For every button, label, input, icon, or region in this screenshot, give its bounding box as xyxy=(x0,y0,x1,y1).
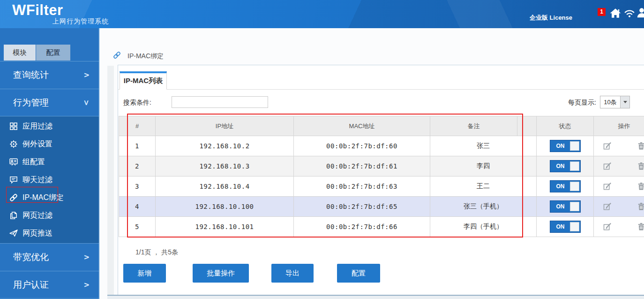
operations-cell xyxy=(594,217,644,237)
config-button[interactable]: 配置 xyxy=(337,264,380,283)
edit-icon[interactable] xyxy=(603,222,612,231)
ip-address-cell: 192.168.10.4 xyxy=(156,176,294,197)
chevron-down-icon: > xyxy=(82,100,91,106)
ipmac-table-wrap: # IP地址 MAC地址 备注 状态 操作 1192.168.10.200:0b… xyxy=(119,116,644,237)
toggle-on-label: ON xyxy=(550,221,571,232)
per-page-value: 10条 xyxy=(600,96,620,108)
table-row: 1192.168.10.200:0b:2f:7b:df:60张三ON xyxy=(119,136,644,156)
ip-address-cell: 192.168.10.2 xyxy=(156,136,294,156)
ip-address-cell: 192.168.10.3 xyxy=(156,156,294,176)
breadcrumb: IP-MAC绑定 xyxy=(127,52,164,61)
toggle-knob[interactable] xyxy=(570,202,579,211)
row-index-cell: 4 xyxy=(119,197,156,217)
sidebar-section-label: 查询统计 xyxy=(13,69,49,81)
per-page-label: 每页显示: xyxy=(554,99,596,107)
mac-address-cell: 00:0b:2f:7b:df:63 xyxy=(294,176,430,197)
toggle-on-label: ON xyxy=(550,181,571,192)
sidebar-section-query-stats[interactable]: 查询统计 > xyxy=(0,61,99,89)
sidebar-section-behavior-mgmt[interactable]: 行为管理 > xyxy=(0,89,99,116)
status-cell: ON xyxy=(537,136,594,156)
delete-icon[interactable] xyxy=(637,161,644,171)
toggle-knob[interactable] xyxy=(570,161,579,171)
user-icon[interactable] xyxy=(636,7,644,19)
search-input[interactable] xyxy=(172,96,268,108)
edit-icon[interactable] xyxy=(603,161,612,171)
toggle-on-label: ON xyxy=(550,140,571,152)
status-cell: ON xyxy=(537,197,594,217)
per-page-select[interactable]: 10条 xyxy=(600,96,630,108)
row-index-cell: 2 xyxy=(119,156,156,176)
delete-icon[interactable] xyxy=(637,202,644,211)
mac-address-cell: 00:0b:2f:7b:df:65 xyxy=(294,197,430,217)
col-header-ops: 操作 xyxy=(594,116,644,136)
sidebar-tab-config[interactable]: 配置 xyxy=(36,45,70,61)
toggle-knob[interactable] xyxy=(570,222,579,231)
chevron-down-icon[interactable] xyxy=(620,96,629,108)
operations-cell xyxy=(594,156,644,176)
mac-address-cell: 00:0b:2f:7b:df:60 xyxy=(294,136,430,156)
chevron-right-icon: > xyxy=(83,281,90,289)
table-row: 5192.168.10.10100:0b:2f:7b:df:66李四（手机）ON xyxy=(119,217,644,237)
ipmac-table: # IP地址 MAC地址 备注 状态 操作 1192.168.10.200:0b… xyxy=(119,116,644,237)
row-index-cell: 3 xyxy=(119,176,156,197)
sidebar-section-label: 行为管理 xyxy=(13,97,49,109)
app-logo: WFilter xyxy=(12,2,63,19)
wifi-icon[interactable] xyxy=(623,7,636,19)
sidebar-item-label: 应用过滤 xyxy=(22,122,52,131)
col-header-empty xyxy=(517,116,537,136)
sidebar-item-label: 例外设置 xyxy=(22,139,52,149)
sidebar-item-exception-settings[interactable]: 例外设置 xyxy=(0,135,99,153)
search-label: 搜索条件: xyxy=(123,99,151,107)
table-row: 4192.168.10.10000:0b:2f:7b:df:65张三（手机）ON xyxy=(119,197,644,217)
content-gutter xyxy=(107,66,114,295)
sidebar-item-webpage-push[interactable]: 网页推送 xyxy=(0,224,99,242)
sidebar-section-bandwidth[interactable]: 带宽优化 > xyxy=(0,243,99,271)
home-icon[interactable] xyxy=(609,7,622,19)
ip-address-cell: 192.168.10.101 xyxy=(156,217,294,237)
sidebar-item-ipmac-binding[interactable]: IP-MAC绑定 xyxy=(0,189,99,207)
status-toggle[interactable]: ON xyxy=(550,140,581,152)
table-header-row: # IP地址 MAC地址 备注 状态 操作 xyxy=(119,116,644,136)
group-icon xyxy=(9,157,18,167)
add-button[interactable]: 新增 xyxy=(123,264,166,283)
link-icon xyxy=(112,51,121,60)
grid-icon xyxy=(9,122,18,131)
remark-cell: 李四（手机） xyxy=(430,217,537,237)
sidebar-section-user-auth[interactable]: 用户认证 > xyxy=(0,271,99,299)
tab-ipmac-list[interactable]: IP-MAC列表 xyxy=(120,71,167,90)
row-index-cell: 1 xyxy=(119,136,156,156)
batch-ops-button[interactable]: 批量操作 xyxy=(193,264,249,283)
sidebar-tab-modules[interactable]: 模块 xyxy=(4,45,36,61)
col-header-remark: 备注 xyxy=(430,116,517,136)
status-toggle[interactable]: ON xyxy=(550,160,581,172)
status-cell: ON xyxy=(537,156,594,176)
col-header-mac: MAC地址 xyxy=(294,116,430,136)
status-toggle[interactable]: ON xyxy=(550,180,581,192)
remark-cell: 王二 xyxy=(430,176,537,197)
col-header-index: # xyxy=(119,116,156,136)
delete-icon[interactable] xyxy=(637,141,644,151)
status-cell: ON xyxy=(537,217,594,237)
sidebar-item-label: 组配置 xyxy=(22,157,45,167)
delete-icon[interactable] xyxy=(637,222,644,231)
sidebar-item-webpage-filter[interactable]: 网页过滤 xyxy=(0,207,99,224)
export-button[interactable]: 导出 xyxy=(271,264,314,283)
sidebar: 模块 配置 查询统计 > 行为管理 > 应用过滤 例外设置 组配置 xyxy=(0,28,100,299)
notification-badge[interactable]: 1 xyxy=(598,8,606,16)
edit-icon[interactable] xyxy=(603,182,612,191)
sidebar-item-label: 网页过滤 xyxy=(22,211,52,221)
edit-icon[interactable] xyxy=(603,141,612,151)
status-toggle[interactable]: ON xyxy=(550,200,581,213)
webpage-filter-icon xyxy=(9,211,18,220)
toggle-knob[interactable] xyxy=(570,182,579,191)
status-toggle[interactable]: ON xyxy=(550,221,581,233)
toggle-knob[interactable] xyxy=(570,141,579,151)
sidebar-item-group-config[interactable]: 组配置 xyxy=(0,153,99,171)
gear-icon xyxy=(9,139,18,149)
pagination-info: 1/1页 ， 共5条 xyxy=(135,248,178,257)
sidebar-item-chat-filter[interactable]: 聊天过滤 xyxy=(0,171,99,189)
edit-icon[interactable] xyxy=(603,202,612,211)
app-logo-subtitle: 上网行为管理系统 xyxy=(52,17,109,26)
delete-icon[interactable] xyxy=(637,182,644,191)
sidebar-item-app-filter[interactable]: 应用过滤 xyxy=(0,117,99,135)
